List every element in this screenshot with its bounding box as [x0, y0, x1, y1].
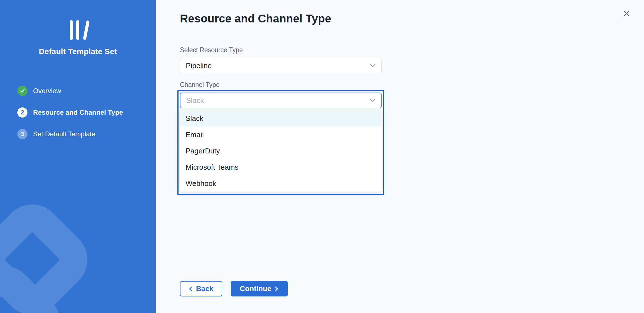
close-icon [623, 10, 630, 17]
resource-type-label: Select Resource Type [180, 46, 644, 54]
check-icon [20, 88, 25, 94]
channel-type-select[interactable]: Slack [180, 93, 382, 108]
resource-type-value: Pipeline [186, 61, 212, 70]
resource-type-select[interactable]: Pipeline [180, 58, 382, 73]
back-button[interactable]: Back [180, 281, 222, 296]
continue-button[interactable]: Continue [231, 281, 288, 296]
step-list: Overview 2 Resource and Channel Type 3 S… [17, 86, 123, 151]
step-set-default-template[interactable]: 3 Set Default Template [17, 129, 123, 139]
step-overview[interactable]: Overview [17, 86, 123, 96]
logo-bar-tilted [83, 20, 89, 40]
continue-button-label: Continue [240, 284, 272, 293]
logo-bar [76, 20, 79, 40]
step-number-badge: 3 [17, 129, 27, 139]
logo-bar [70, 20, 73, 40]
wizard-content: Resource and Channel Type Select Resourc… [156, 0, 644, 313]
chevron-left-icon [189, 286, 193, 292]
close-button[interactable] [622, 8, 632, 19]
step-number-badge: 2 [17, 107, 27, 118]
channel-type-menu: Slack Email PagerDuty Microsoft Teams We… [180, 110, 382, 192]
option-webhook[interactable]: Webhook [180, 175, 382, 192]
option-pagerduty[interactable]: PagerDuty [180, 143, 382, 159]
channel-type-placeholder: Slack [186, 96, 204, 105]
wizard-title: Default Template Set [0, 47, 156, 56]
step-resource-and-channel-type[interactable]: 2 Resource and Channel Type [17, 107, 123, 118]
sidebar-watermark [0, 184, 156, 313]
wizard-sidebar: Default Template Set Overview 2 Resource… [0, 0, 156, 313]
step-label: Set Default Template [33, 130, 95, 138]
wizard-actions: Back Continue [180, 281, 288, 296]
chevron-down-icon [369, 98, 376, 102]
back-button-label: Back [196, 284, 213, 293]
option-email[interactable]: Email [180, 126, 382, 143]
step-label: Overview [33, 87, 61, 95]
bookshelf-logo [0, 20, 156, 40]
channel-type-label: Channel Type [180, 80, 644, 89]
step-complete-icon [17, 86, 27, 96]
option-slack[interactable]: Slack [180, 110, 382, 126]
chevron-down-icon [370, 64, 376, 68]
wizard-modal: Default Template Set Overview 2 Resource… [0, 0, 644, 313]
step-label: Resource and Channel Type [33, 109, 123, 116]
option-microsoft-teams[interactable]: Microsoft Teams [180, 159, 382, 175]
channel-type-combobox: Slack Slack Email PagerDuty Microsoft Te… [177, 90, 384, 195]
page-title: Resource and Channel Type [180, 12, 644, 25]
chevron-right-icon [275, 286, 279, 292]
